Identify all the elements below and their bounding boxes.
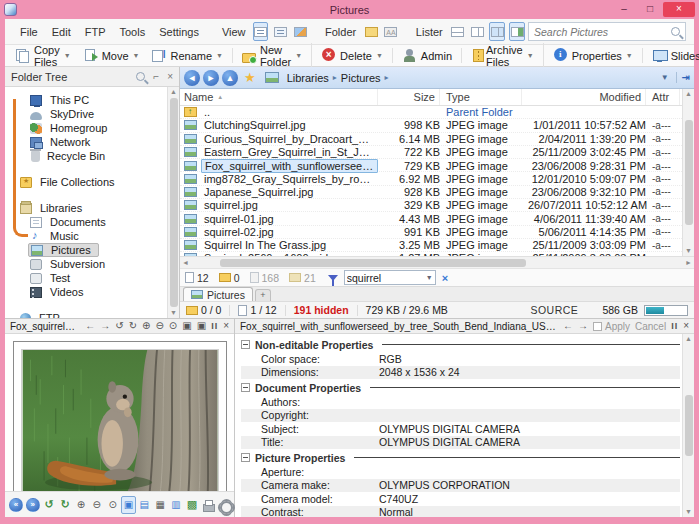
- menu-item[interactable]: File: [13, 24, 45, 40]
- toolbar-button[interactable]: Properties ▼: [547, 48, 643, 63]
- tree-item[interactable]: This PC: [5, 93, 165, 107]
- close-metadata-icon[interactable]: ×: [683, 320, 689, 332]
- metadata-scroll-thumb[interactable]: [685, 395, 693, 457]
- file-row[interactable]: Fox_squirrel_with_sunflowerseed_by_tree_…: [180, 159, 682, 172]
- file-list-scrollbar[interactable]: ▲ ▼: [682, 89, 694, 256]
- details-view-button[interactable]: [253, 22, 269, 41]
- tree-item[interactable]: Videos: [5, 285, 165, 299]
- tree-close-icon[interactable]: ×: [167, 72, 173, 82]
- pause-icon[interactable]: II: [211, 320, 218, 332]
- list-view-button[interactable]: [272, 22, 288, 41]
- dropdown-caret-icon[interactable]: ▼: [527, 52, 534, 59]
- scroll-up-icon[interactable]: ▲: [685, 90, 692, 98]
- tree-find-icon[interactable]: [136, 72, 145, 81]
- lister-viewer-button[interactable]: [509, 22, 525, 41]
- toolbar-button[interactable]: Delete ▼: [315, 48, 393, 63]
- previous-image-button[interactable]: «: [9, 498, 23, 512]
- pause-icon[interactable]: II: [671, 320, 678, 332]
- rotate-left-button[interactable]: ↺: [42, 496, 57, 514]
- full-image-button[interactable]: ▤: [137, 496, 152, 514]
- prev-file-icon[interactable]: ←: [563, 320, 573, 332]
- up-button[interactable]: ▲: [222, 70, 238, 86]
- file-scroll-thumb[interactable]: [685, 120, 693, 226]
- column-attr[interactable]: Attr: [652, 89, 680, 105]
- lister-dual-button[interactable]: [489, 22, 505, 41]
- scroll-down-icon[interactable]: ▼: [685, 508, 692, 516]
- file-row[interactable]: squirrel-02.jpg 991 KB JPEG image 5/06/2…: [180, 226, 682, 239]
- file-row[interactable]: squirrel.jpg 329 KB JPEG image 26/07/201…: [180, 199, 682, 212]
- column-size[interactable]: Size: [384, 89, 440, 105]
- metadata-row[interactable]: Subject: OLYMPUS DIGITAL CAMERA: [241, 422, 680, 436]
- filter-input[interactable]: [347, 272, 426, 284]
- tree-pin-icon[interactable]: ⌐: [153, 72, 159, 82]
- thumbnail-grid-button[interactable]: ▦: [153, 496, 168, 514]
- zoom-in-icon[interactable]: ⊕: [142, 320, 150, 332]
- metadata-row[interactable]: Color space: RGB: [241, 352, 680, 366]
- next-file-icon[interactable]: →: [578, 320, 588, 332]
- metadata-row[interactable]: Camera model: C740UZ: [241, 492, 680, 506]
- tree-item[interactable]: Documents: [5, 215, 165, 229]
- print-button[interactable]: [200, 496, 215, 514]
- menu-item[interactable]: Tools: [112, 24, 152, 40]
- tree-item[interactable]: FTP: [5, 311, 165, 318]
- collapse-icon[interactable]: [241, 340, 250, 349]
- tree-item[interactable]: Libraries: [5, 201, 165, 215]
- favorites-star-icon[interactable]: ★: [244, 70, 256, 85]
- viewer-settings-button[interactable]: [216, 496, 231, 514]
- toolbar-button[interactable]: Archive Files ▼: [465, 43, 544, 69]
- toolbar-button[interactable]: Admin: [396, 48, 462, 63]
- rotate-right-icon[interactable]: ↻: [129, 320, 137, 332]
- thumbnails-view-button[interactable]: [292, 22, 308, 41]
- scroll-left-icon[interactable]: ◄: [182, 259, 189, 267]
- file-row[interactable]: squirrel-01.jpg 4.43 MB JPEG image 4/06/…: [180, 212, 682, 225]
- new-tab-button[interactable]: +: [255, 289, 271, 301]
- tile-view-button[interactable]: ▩: [184, 496, 199, 514]
- path-go-icon[interactable]: ⇥: [676, 72, 690, 83]
- scroll-right-icon[interactable]: ►: [685, 259, 692, 267]
- zoom-out-icon[interactable]: ⊖: [155, 320, 163, 332]
- file-row[interactable]: img8782_Gray_Squirrels_by_robert_kim_kar…: [180, 172, 682, 185]
- dropdown-caret-icon[interactable]: ▼: [133, 52, 140, 59]
- breadcrumb-separator-icon[interactable]: ▸: [383, 73, 391, 82]
- metadata-row[interactable]: Authors:: [241, 395, 680, 409]
- tree-item[interactable]: Test: [5, 271, 165, 285]
- minimize-button[interactable]: –: [611, 2, 637, 17]
- file-row[interactable]: Squirrel_2560 x 1600 widescreen.jpg 1.27…: [180, 252, 682, 256]
- column-type[interactable]: Type: [446, 89, 522, 105]
- rotate-right-button[interactable]: ↻: [58, 496, 73, 514]
- toolbar-button[interactable]: New Folder ▼: [236, 43, 312, 69]
- metadata-scrollbar[interactable]: ▲ ▼: [682, 334, 694, 517]
- toolbar-button[interactable]: Copy Files ▼: [9, 43, 77, 69]
- toolbar-button[interactable]: Rename ▼: [145, 48, 233, 63]
- dropdown-caret-icon[interactable]: ▼: [295, 52, 302, 59]
- zoom-in-button[interactable]: ⊕: [73, 496, 88, 514]
- dropdown-caret-icon[interactable]: ▼: [376, 52, 383, 59]
- zoom-reset-icon[interactable]: ⊙: [169, 320, 177, 332]
- zoom-out-button[interactable]: ⊖: [89, 496, 104, 514]
- search-input[interactable]: [534, 26, 671, 38]
- apply-checkbox[interactable]: [593, 322, 602, 331]
- clear-filter-icon[interactable]: ×: [442, 272, 448, 284]
- collapse-icon[interactable]: [241, 453, 250, 462]
- column-modified[interactable]: Modified: [528, 89, 646, 105]
- tree-item[interactable]: Pictures: [5, 243, 165, 257]
- menu-item[interactable]: FTP: [78, 24, 113, 40]
- slideshow-button[interactable]: ▥: [169, 496, 184, 514]
- search-box[interactable]: [528, 22, 686, 41]
- prev-file-icon[interactable]: ←: [85, 320, 95, 332]
- menu-item[interactable]: Edit: [45, 24, 78, 40]
- filter-funnel-icon[interactable]: [328, 275, 338, 281]
- folder-sync-button[interactable]: [363, 22, 379, 41]
- back-button[interactable]: ◄: [184, 70, 200, 86]
- file-row[interactable]: Eastern_Grey_Squirrel_in_St_James's_Park…: [180, 146, 682, 159]
- toolbar-button[interactable]: Move ▼: [77, 48, 146, 63]
- scroll-up-icon[interactable]: ▲: [685, 335, 692, 343]
- scroll-down-icon[interactable]: ▼: [685, 247, 692, 255]
- tree-item[interactable]: Homegroup: [5, 121, 165, 135]
- file-row[interactable]: Curious_Squirrel_by_Dracoart_Stock.jpg 6…: [180, 133, 682, 146]
- breadcrumb-segment[interactable]: Pictures: [339, 72, 383, 84]
- file-row[interactable]: .. Parent Folder: [180, 106, 682, 119]
- toolbar-button[interactable]: Slideshow: [646, 48, 699, 63]
- dropdown-caret-icon[interactable]: ▼: [626, 52, 633, 59]
- close-viewer-icon[interactable]: ×: [223, 320, 229, 332]
